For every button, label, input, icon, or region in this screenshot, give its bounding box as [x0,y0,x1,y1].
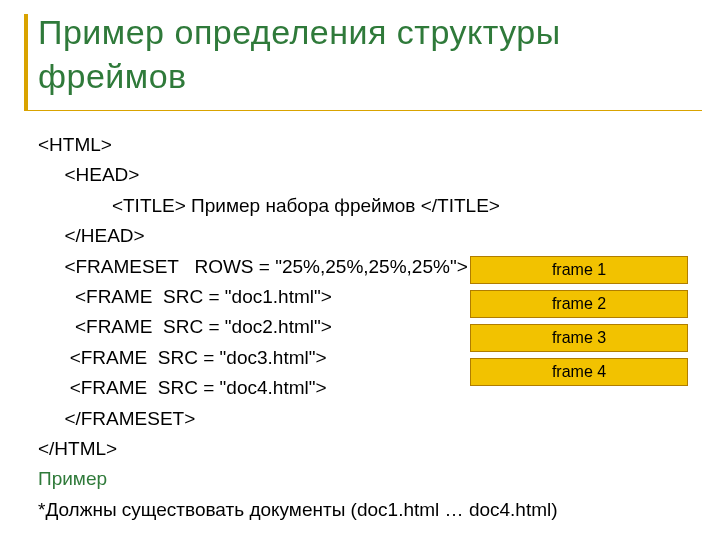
code-line: </FRAMESET> [38,404,700,434]
example-label: Пример [38,464,700,494]
code-line: <TITLE> Пример набора фреймов </TITLE> [38,191,700,221]
slide-title: Пример определения структуры фреймов [38,10,700,98]
title-underline [24,110,702,111]
frames-diagram: frame 1 frame 2 frame 3 frame 4 [470,256,688,392]
frame-row: frame 2 [470,290,688,318]
code-line: <HEAD> [38,160,700,190]
frame-row: frame 3 [470,324,688,352]
frame-row: frame 1 [470,256,688,284]
code-line: </HTML> [38,434,700,464]
code-line: <HTML> [38,130,700,160]
accent-bar [24,14,28,110]
note-line: *Должны существовать документы (doc1.htm… [38,495,700,525]
frame-row: frame 4 [470,358,688,386]
code-line: </HEAD> [38,221,700,251]
